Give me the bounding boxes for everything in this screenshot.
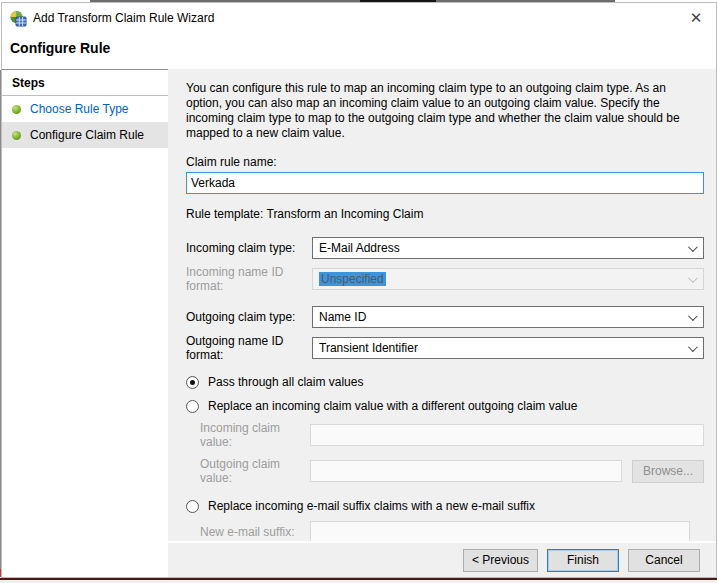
title-bar: Add Transform Claim Rule Wizard ✕	[2, 3, 716, 33]
claim-rule-name-label: Claim rule name:	[186, 155, 704, 169]
window-title: Add Transform Claim Rule Wizard	[33, 11, 214, 25]
step-label: Choose Rule Type	[30, 102, 129, 116]
claim-rule-name-input[interactable]	[186, 172, 704, 194]
outgoing-name-id-format-select[interactable]: Transient Identifier	[312, 337, 704, 359]
step-label: Configure Claim Rule	[30, 128, 144, 142]
add-transform-claim-rule-wizard-dialog: Add Transform Claim Rule Wizard ✕ Config…	[1, 2, 717, 578]
browse-button: Browse...	[632, 460, 704, 483]
radio-label: Replace incoming e-mail suffix claims wi…	[208, 499, 535, 513]
new-email-suffix-input	[310, 521, 690, 541]
finish-button[interactable]: Finish	[547, 549, 619, 572]
footer-button-bar: < Previous Finish Cancel	[168, 543, 716, 577]
page-title: Configure Rule	[2, 33, 716, 69]
new-email-suffix-label: New e-mail suffix:	[200, 525, 310, 539]
selected-value: Unspecified	[319, 272, 386, 286]
screen: Add Transform Claim Rule Wizard ✕ Config…	[0, 0, 717, 583]
radio-label: Replace an incoming claim value with a d…	[208, 399, 577, 413]
radio-label: Pass through all claim values	[208, 375, 363, 389]
outgoing-claim-type-select[interactable]: Name ID	[312, 306, 704, 328]
outgoing-claim-type-label: Outgoing claim type:	[186, 310, 312, 324]
chevron-down-icon	[688, 242, 698, 252]
incoming-claim-value-label: Incoming claim value:	[200, 421, 310, 449]
chevron-down-icon	[688, 273, 698, 283]
selected-value: Name ID	[319, 310, 366, 324]
rule-template-text: Rule template: Transform an Incoming Cla…	[186, 207, 704, 221]
incoming-claim-type-select[interactable]: E-Mail Address	[312, 237, 704, 259]
incoming-name-id-format-row: Incoming name ID format: Unspecified	[186, 265, 704, 293]
cancel-button[interactable]: Cancel	[628, 549, 700, 572]
chevron-down-icon	[688, 311, 698, 321]
sidebar-item-choose-rule-type[interactable]: Choose Rule Type	[2, 96, 168, 122]
selected-value: E-Mail Address	[319, 241, 400, 255]
steps-sidebar: Steps Choose Rule Type Configure Claim R…	[2, 69, 168, 577]
incoming-claim-value-input	[310, 424, 704, 446]
wizard-icon	[9, 10, 27, 27]
radio-button-icon	[186, 400, 199, 413]
wizard-body: Steps Choose Rule Type Configure Claim R…	[2, 69, 716, 577]
selected-value: Transient Identifier	[319, 341, 418, 355]
outgoing-claim-type-row: Outgoing claim type: Name ID	[186, 306, 704, 328]
radio-pass-through-all-claim-values[interactable]: Pass through all claim values	[186, 375, 704, 389]
incoming-name-id-format-label: Incoming name ID format:	[186, 265, 312, 293]
outgoing-name-id-format-row: Outgoing name ID format: Transient Ident…	[186, 334, 704, 362]
outgoing-claim-value-input	[310, 460, 622, 482]
step-status-dot-icon	[12, 131, 21, 140]
close-icon: ✕	[690, 9, 703, 27]
incoming-claim-value-row: Incoming claim value:	[200, 421, 704, 449]
content-panel: You can configure this rule to map an in…	[168, 69, 716, 577]
radio-replace-email-suffix[interactable]: Replace incoming e-mail suffix claims wi…	[186, 499, 704, 513]
incoming-name-id-format-select: Unspecified	[312, 268, 704, 290]
rule-description-text: You can configure this rule to map an in…	[186, 81, 704, 141]
close-button[interactable]: ✕	[682, 5, 710, 31]
outgoing-claim-value-row: Outgoing claim value: Browse...	[200, 457, 704, 485]
outgoing-claim-value-label: Outgoing claim value:	[200, 457, 310, 485]
sidebar-item-configure-claim-rule[interactable]: Configure Claim Rule	[2, 122, 168, 148]
previous-button[interactable]: < Previous	[463, 549, 538, 572]
incoming-claim-type-row: Incoming claim type: E-Mail Address	[186, 237, 704, 259]
step-status-dot-icon	[12, 105, 21, 114]
new-email-suffix-row: New e-mail suffix:	[200, 521, 704, 541]
outgoing-name-id-format-label: Outgoing name ID format:	[186, 334, 312, 362]
radio-button-icon	[186, 500, 199, 513]
steps-header: Steps	[2, 70, 168, 96]
radio-button-icon	[186, 376, 199, 389]
incoming-claim-type-label: Incoming claim type:	[186, 241, 312, 255]
chevron-down-icon	[688, 342, 698, 352]
radio-replace-incoming-claim-value[interactable]: Replace an incoming claim value with a d…	[186, 399, 704, 413]
